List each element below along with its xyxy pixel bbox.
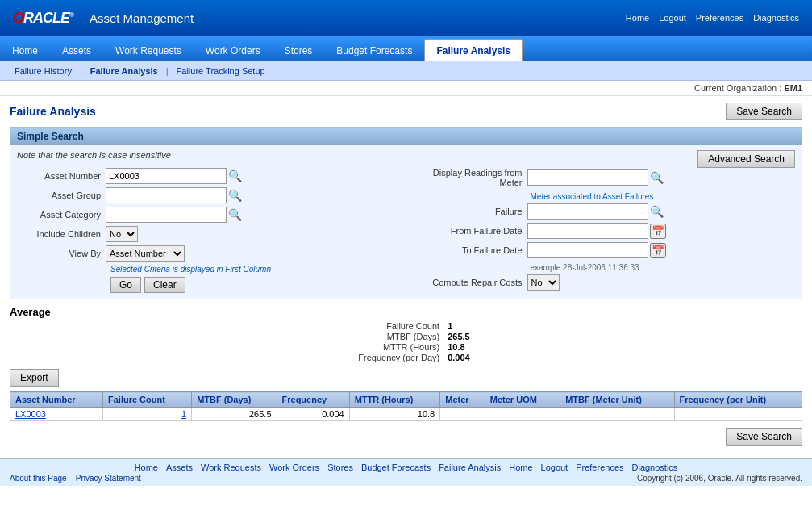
export-button[interactable]: Export bbox=[10, 369, 59, 387]
results-table: Asset Number Failure Count MTBF (Days) F… bbox=[10, 391, 802, 421]
to-failure-date-cal-icon[interactable]: 📅 bbox=[650, 243, 666, 258]
col-mtbf-meter-unit[interactable]: MTBF (Meter Unit) bbox=[560, 392, 674, 408]
clear-button[interactable]: Clear bbox=[144, 277, 185, 293]
col-frequency-per-unit-link[interactable]: Frequency (per Unit) bbox=[680, 395, 767, 404]
asset-category-row: Asset Category 🔍 bbox=[17, 207, 398, 223]
tab-work-requests[interactable]: Work Requests bbox=[103, 39, 194, 61]
sub-nav-failure-tracking-setup[interactable]: Failure Tracking Setup bbox=[169, 65, 273, 77]
failure-input[interactable] bbox=[527, 203, 648, 220]
col-meter-uom[interactable]: Meter UOM bbox=[485, 392, 560, 408]
col-mtbf-meter-unit-link[interactable]: MTBF (Meter Unit) bbox=[565, 395, 642, 404]
tab-assets[interactable]: Assets bbox=[50, 39, 103, 61]
footer-link-diagnostics[interactable]: Diagnostics bbox=[632, 462, 678, 472]
col-mttr-hours[interactable]: MTTR (Hours) bbox=[349, 392, 440, 408]
col-mtbf-days[interactable]: MTBF (Days) bbox=[192, 392, 277, 408]
footer-link-work-orders[interactable]: Work Orders bbox=[269, 462, 319, 472]
average-title: Average bbox=[10, 306, 802, 318]
footer-link-home[interactable]: Home bbox=[135, 462, 158, 472]
to-failure-date-input[interactable] bbox=[527, 242, 648, 258]
failure-label: Failure bbox=[414, 207, 527, 216]
search-panel-body: Note that the search is case insensitive… bbox=[10, 145, 802, 299]
view-by-select[interactable]: Asset Number Asset Group Asset Category bbox=[106, 245, 185, 262]
search-panel-title: Simple Search bbox=[17, 131, 84, 142]
cell-failure-count-link[interactable]: 1 bbox=[181, 409, 186, 419]
org-bar: Current Organization : EM1 bbox=[0, 81, 812, 96]
asset-number-search-icon[interactable]: 🔍 bbox=[227, 169, 244, 182]
avg-failure-count-label: Failure Count bbox=[26, 321, 444, 331]
cell-mtbf-days: 265.5 bbox=[192, 408, 277, 421]
col-meter-link[interactable]: Meter bbox=[445, 395, 468, 404]
cell-asset-number: LX0003 bbox=[10, 408, 103, 421]
cell-meter-uom bbox=[485, 408, 560, 421]
top-nav-home[interactable]: Home bbox=[626, 13, 649, 23]
about-page-link[interactable]: About this Page bbox=[10, 474, 67, 483]
cell-frequency-per-unit bbox=[674, 408, 802, 421]
tab-budget-forecasts[interactable]: Budget Forecasts bbox=[324, 39, 424, 61]
compute-repair-select[interactable]: No Yes bbox=[527, 274, 560, 291]
from-failure-date-input[interactable] bbox=[527, 223, 648, 239]
top-header: ORACLE® Asset Management Home Logout Pre… bbox=[0, 0, 812, 36]
col-asset-number-link[interactable]: Asset Number bbox=[15, 395, 76, 404]
tab-work-orders[interactable]: Work Orders bbox=[194, 39, 273, 61]
top-nav-diagnostics[interactable]: Diagnostics bbox=[753, 13, 799, 23]
col-asset-number[interactable]: Asset Number bbox=[10, 392, 103, 408]
col-meter-uom-link[interactable]: Meter UOM bbox=[490, 395, 537, 404]
footer-link-work-requests[interactable]: Work Requests bbox=[201, 462, 261, 472]
top-nav-preferences[interactable]: Preferences bbox=[696, 13, 743, 23]
average-section: Average Failure Count 1 MTBF (Days) 265.… bbox=[10, 306, 802, 362]
tab-home[interactable]: Home bbox=[0, 39, 50, 61]
action-row: Go Clear bbox=[110, 277, 398, 293]
advanced-search-button[interactable]: Advanced Search bbox=[697, 150, 795, 168]
footer-link-failure-analysis[interactable]: Failure Analysis bbox=[439, 462, 501, 472]
footer-link-logout[interactable]: Logout bbox=[541, 462, 568, 472]
footer-link-stores[interactable]: Stores bbox=[327, 462, 353, 472]
table-header-row: Asset Number Failure Count MTBF (Days) F… bbox=[10, 392, 802, 408]
footer-link-home2[interactable]: Home bbox=[509, 462, 532, 472]
asset-category-input[interactable] bbox=[106, 207, 227, 223]
search-note: Note that the search is case insensitive bbox=[17, 150, 171, 160]
include-children-select[interactable]: No Yes bbox=[106, 226, 138, 242]
display-readings-search-icon[interactable]: 🔍 bbox=[648, 171, 665, 184]
sub-nav-failure-history[interactable]: Failure History bbox=[6, 65, 80, 77]
from-failure-date-cal-icon[interactable]: 📅 bbox=[650, 224, 666, 239]
avg-frequency-value: 0.004 bbox=[448, 353, 802, 362]
sub-nav-failure-analysis[interactable]: Failure Analysis bbox=[82, 65, 166, 77]
col-mttr-hours-link[interactable]: MTTR (Hours) bbox=[355, 395, 414, 404]
go-button[interactable]: Go bbox=[110, 277, 141, 293]
asset-group-search-icon[interactable]: 🔍 bbox=[227, 189, 244, 202]
asset-number-row: Asset Number 🔍 bbox=[17, 168, 398, 184]
footer-link-assets[interactable]: Assets bbox=[166, 462, 193, 472]
main-nav: Home Assets Work Requests Work Orders St… bbox=[0, 36, 812, 61]
top-nav-logout[interactable]: Logout bbox=[659, 13, 686, 23]
asset-number-input[interactable] bbox=[106, 168, 227, 184]
failure-search-icon[interactable]: 🔍 bbox=[648, 205, 665, 218]
col-mtbf-days-link[interactable]: MTBF (Days) bbox=[197, 395, 251, 404]
to-failure-date-label: To Failure Date bbox=[414, 245, 527, 255]
avg-mtbf-value: 265.5 bbox=[448, 332, 802, 341]
table-row: LX0003 1 265.5 0.004 10.8 bbox=[10, 408, 802, 421]
col-failure-count[interactable]: Failure Count bbox=[103, 392, 192, 408]
save-search-button-top[interactable]: Save Search bbox=[726, 103, 802, 120]
asset-category-search-icon[interactable]: 🔍 bbox=[227, 208, 244, 221]
display-readings-input[interactable] bbox=[527, 169, 648, 186]
footer-bottom: About this Page Privacy Statement Copyri… bbox=[10, 474, 802, 483]
col-failure-count-link[interactable]: Failure Count bbox=[108, 395, 165, 404]
col-frequency[interactable]: Frequency bbox=[277, 392, 349, 408]
avg-mttr-label: MTTR (Hours) bbox=[26, 342, 444, 352]
save-search-button-bottom[interactable]: Save Search bbox=[726, 428, 802, 446]
asset-group-row: Asset Group 🔍 bbox=[17, 187, 398, 203]
tab-failure-analysis[interactable]: Failure Analysis bbox=[424, 39, 523, 61]
footer-link-preferences[interactable]: Preferences bbox=[576, 462, 623, 472]
compute-repair-label: Compute Repair Costs bbox=[414, 278, 527, 287]
avg-failure-count-value: 1 bbox=[448, 321, 802, 331]
col-frequency-per-unit[interactable]: Frequency (per Unit) bbox=[674, 392, 802, 408]
col-meter[interactable]: Meter bbox=[440, 392, 485, 408]
cell-asset-number-link[interactable]: LX0003 bbox=[15, 409, 46, 419]
asset-group-input[interactable] bbox=[106, 187, 227, 203]
tab-stores[interactable]: Stores bbox=[273, 39, 325, 61]
footer-link-budget-forecasts[interactable]: Budget Forecasts bbox=[361, 462, 431, 472]
org-value: EM1 bbox=[784, 83, 802, 93]
privacy-statement-link[interactable]: Privacy Statement bbox=[76, 474, 141, 483]
col-frequency-link[interactable]: Frequency bbox=[282, 395, 327, 404]
page-title: Failure Analysis bbox=[10, 105, 96, 118]
